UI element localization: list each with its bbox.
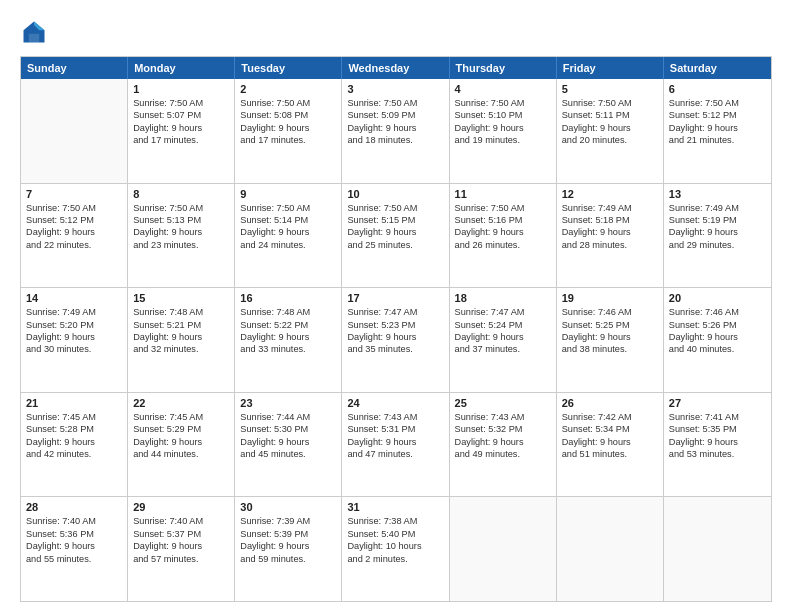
cell-line: Sunrise: 7:50 AM [133, 202, 229, 214]
cell-line: and 17 minutes. [133, 134, 229, 146]
cell-line: and 59 minutes. [240, 553, 336, 565]
calendar-cell-day-25: 25Sunrise: 7:43 AMSunset: 5:32 PMDayligh… [450, 393, 557, 497]
cell-line: Daylight: 9 hours [669, 122, 766, 134]
day-number: 29 [133, 501, 229, 513]
cell-line: and 24 minutes. [240, 239, 336, 251]
calendar-cell-day-16: 16Sunrise: 7:48 AMSunset: 5:22 PMDayligh… [235, 288, 342, 392]
calendar-cell-day-3: 3Sunrise: 7:50 AMSunset: 5:09 PMDaylight… [342, 79, 449, 183]
cell-line: Sunset: 5:22 PM [240, 319, 336, 331]
calendar-row-4: 21Sunrise: 7:45 AMSunset: 5:28 PMDayligh… [21, 392, 771, 497]
calendar-body: 1Sunrise: 7:50 AMSunset: 5:07 PMDaylight… [21, 79, 771, 601]
cell-line: Sunrise: 7:45 AM [133, 411, 229, 423]
day-number: 22 [133, 397, 229, 409]
cell-line: Sunrise: 7:49 AM [669, 202, 766, 214]
cell-line: Sunset: 5:10 PM [455, 109, 551, 121]
cell-line: Sunrise: 7:50 AM [347, 97, 443, 109]
cell-line: Sunset: 5:32 PM [455, 423, 551, 435]
cell-line: Sunrise: 7:50 AM [455, 97, 551, 109]
cell-line: Sunrise: 7:39 AM [240, 515, 336, 527]
day-number: 20 [669, 292, 766, 304]
calendar-row-2: 7Sunrise: 7:50 AMSunset: 5:12 PMDaylight… [21, 183, 771, 288]
cell-line: and 47 minutes. [347, 448, 443, 460]
cell-line: Daylight: 9 hours [240, 540, 336, 552]
day-number: 25 [455, 397, 551, 409]
cell-line: Sunrise: 7:40 AM [26, 515, 122, 527]
header-day-friday: Friday [557, 57, 664, 79]
cell-line: Daylight: 9 hours [669, 226, 766, 238]
svg-rect-2 [29, 34, 40, 43]
day-number: 3 [347, 83, 443, 95]
day-number: 11 [455, 188, 551, 200]
header-day-wednesday: Wednesday [342, 57, 449, 79]
cell-line: and 33 minutes. [240, 343, 336, 355]
cell-line: Sunrise: 7:50 AM [669, 97, 766, 109]
calendar-cell-empty [557, 497, 664, 601]
day-number: 28 [26, 501, 122, 513]
cell-line: Sunset: 5:18 PM [562, 214, 658, 226]
calendar-cell-day-11: 11Sunrise: 7:50 AMSunset: 5:16 PMDayligh… [450, 184, 557, 288]
cell-line: and 42 minutes. [26, 448, 122, 460]
cell-line: and 35 minutes. [347, 343, 443, 355]
calendar-cell-empty [21, 79, 128, 183]
calendar-cell-empty [450, 497, 557, 601]
cell-line: Sunrise: 7:47 AM [347, 306, 443, 318]
header-day-monday: Monday [128, 57, 235, 79]
day-number: 24 [347, 397, 443, 409]
cell-line: Sunset: 5:36 PM [26, 528, 122, 540]
cell-line: Sunset: 5:39 PM [240, 528, 336, 540]
cell-line: and 19 minutes. [455, 134, 551, 146]
cell-line: and 26 minutes. [455, 239, 551, 251]
cell-line: Sunset: 5:09 PM [347, 109, 443, 121]
cell-line: Daylight: 9 hours [26, 331, 122, 343]
cell-line: and 25 minutes. [347, 239, 443, 251]
cell-line: Sunset: 5:20 PM [26, 319, 122, 331]
cell-line: Sunset: 5:28 PM [26, 423, 122, 435]
day-number: 10 [347, 188, 443, 200]
cell-line: Daylight: 9 hours [133, 540, 229, 552]
cell-line: Sunset: 5:21 PM [133, 319, 229, 331]
header-day-sunday: Sunday [21, 57, 128, 79]
cell-line: Sunset: 5:12 PM [669, 109, 766, 121]
cell-line: and 32 minutes. [133, 343, 229, 355]
logo [20, 18, 52, 46]
cell-line: Sunrise: 7:47 AM [455, 306, 551, 318]
day-number: 19 [562, 292, 658, 304]
cell-line: Daylight: 9 hours [133, 331, 229, 343]
calendar-cell-day-29: 29Sunrise: 7:40 AMSunset: 5:37 PMDayligh… [128, 497, 235, 601]
calendar-cell-day-5: 5Sunrise: 7:50 AMSunset: 5:11 PMDaylight… [557, 79, 664, 183]
cell-line: Sunrise: 7:50 AM [455, 202, 551, 214]
logo-icon [20, 18, 48, 46]
calendar-cell-day-9: 9Sunrise: 7:50 AMSunset: 5:14 PMDaylight… [235, 184, 342, 288]
cell-line: Sunrise: 7:50 AM [240, 97, 336, 109]
cell-line: Daylight: 9 hours [669, 331, 766, 343]
page: SundayMondayTuesdayWednesdayThursdayFrid… [0, 0, 792, 612]
cell-line: Daylight: 9 hours [240, 226, 336, 238]
cell-line: Sunrise: 7:50 AM [347, 202, 443, 214]
cell-line: Sunset: 5:24 PM [455, 319, 551, 331]
cell-line: Daylight: 9 hours [562, 331, 658, 343]
cell-line: and 17 minutes. [240, 134, 336, 146]
cell-line: Sunset: 5:15 PM [347, 214, 443, 226]
cell-line: and 57 minutes. [133, 553, 229, 565]
cell-line: Daylight: 9 hours [240, 331, 336, 343]
cell-line: Daylight: 9 hours [26, 540, 122, 552]
cell-line: Sunset: 5:16 PM [455, 214, 551, 226]
cell-line: and 55 minutes. [26, 553, 122, 565]
calendar-cell-day-12: 12Sunrise: 7:49 AMSunset: 5:18 PMDayligh… [557, 184, 664, 288]
cell-line: Sunset: 5:23 PM [347, 319, 443, 331]
day-number: 13 [669, 188, 766, 200]
cell-line: Daylight: 9 hours [240, 436, 336, 448]
cell-line: Daylight: 9 hours [26, 436, 122, 448]
cell-line: Sunset: 5:07 PM [133, 109, 229, 121]
cell-line: Sunset: 5:25 PM [562, 319, 658, 331]
cell-line: Sunrise: 7:38 AM [347, 515, 443, 527]
calendar-row-5: 28Sunrise: 7:40 AMSunset: 5:36 PMDayligh… [21, 496, 771, 601]
cell-line: and 21 minutes. [669, 134, 766, 146]
calendar-cell-day-24: 24Sunrise: 7:43 AMSunset: 5:31 PMDayligh… [342, 393, 449, 497]
calendar-cell-day-1: 1Sunrise: 7:50 AMSunset: 5:07 PMDaylight… [128, 79, 235, 183]
cell-line: Sunrise: 7:50 AM [26, 202, 122, 214]
calendar-cell-day-15: 15Sunrise: 7:48 AMSunset: 5:21 PMDayligh… [128, 288, 235, 392]
calendar-cell-day-20: 20Sunrise: 7:46 AMSunset: 5:26 PMDayligh… [664, 288, 771, 392]
calendar-row-1: 1Sunrise: 7:50 AMSunset: 5:07 PMDaylight… [21, 79, 771, 183]
calendar-cell-day-30: 30Sunrise: 7:39 AMSunset: 5:39 PMDayligh… [235, 497, 342, 601]
